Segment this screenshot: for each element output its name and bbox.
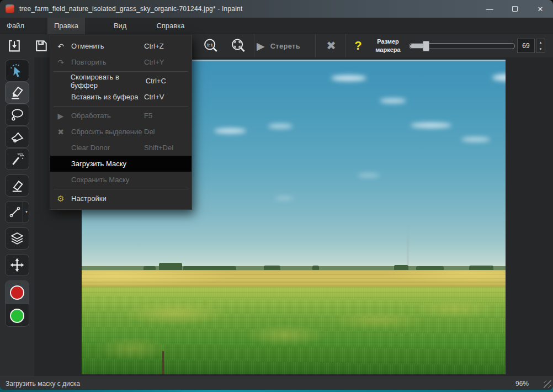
- cloud: [411, 123, 451, 128]
- menu-separator: [54, 189, 188, 189]
- maximize-icon: [512, 6, 518, 12]
- line-tool-divider: [23, 202, 23, 223]
- spin-up-button[interactable]: ▲: [536, 39, 545, 46]
- spin-down-button[interactable]: ▼: [536, 46, 545, 52]
- zoom-fit-button[interactable]: [228, 36, 248, 56]
- menu-item-process[interactable]: ▶ Обработать F5: [50, 108, 192, 124]
- svg-text:1:1: 1:1: [207, 43, 214, 47]
- menu-item-save-mask[interactable]: Сохранить Маску: [50, 172, 192, 188]
- menu-item-settings[interactable]: ⚙ Настройки: [50, 190, 192, 206]
- marker-size-label-line1: Размер: [371, 38, 405, 46]
- polygon-tool-button[interactable]: [5, 126, 29, 148]
- zoom-level: 96%: [515, 380, 529, 388]
- maximize-button[interactable]: [502, 0, 528, 18]
- toolbar-separator: [315, 34, 316, 57]
- toolbar-separator: [345, 34, 346, 57]
- cloud: [331, 75, 366, 81]
- yellow-field-band: [82, 270, 506, 288]
- tree-clump: [159, 263, 182, 271]
- shortcut: Ctrl+C: [146, 77, 187, 85]
- marker-size-slider[interactable]: [409, 43, 515, 49]
- menu-view[interactable]: Вид: [107, 18, 134, 34]
- red-circle-icon: [10, 285, 24, 300]
- layers-tool-button[interactable]: [5, 227, 29, 250]
- help-button[interactable]: ?: [349, 34, 368, 57]
- play-icon: ▶: [50, 112, 71, 120]
- marker-size-spinner: ▲ ▼: [536, 39, 545, 53]
- redo-icon: ↷: [50, 59, 71, 66]
- save-icon: [34, 38, 49, 54]
- eraser-icon: [9, 178, 25, 193]
- menu-item-copy-to-clipboard[interactable]: Скопировать в буффер Ctrl+C: [50, 73, 192, 89]
- marker-size-label: Размер маркера: [371, 38, 405, 54]
- app-icon: [6, 4, 14, 13]
- cloud: [275, 197, 294, 200]
- open-icon: [7, 38, 22, 54]
- window-controls: — ✕: [477, 0, 553, 18]
- menu-item-clear-donor[interactable]: Clear Donor Shift+Del: [50, 140, 192, 156]
- edit-menu-popup: ↶ Отменить Ctrl+Z ↷ Повторить Ctrl+Y Ско…: [50, 35, 192, 210]
- green-field: [82, 287, 506, 374]
- shortcut: Ctrl+V: [144, 93, 187, 101]
- menu-item-paste-from-clipboard[interactable]: Вставить из буфера Ctrl+V: [50, 89, 192, 105]
- fence-pole: [162, 351, 164, 374]
- smart-select-tool-button[interactable]: [5, 60, 29, 82]
- zoom-1to1-icon: 1:1: [203, 38, 219, 54]
- cloud: [380, 98, 406, 103]
- line-icon: [8, 205, 22, 219]
- menu-item-load-mask[interactable]: Загрузить Маску: [50, 156, 192, 172]
- eraser-tool-button[interactable]: [5, 174, 29, 197]
- resize-grip[interactable]: [544, 380, 551, 388]
- menu-edit[interactable]: Правка: [47, 18, 85, 34]
- toolbar-separator: [254, 34, 254, 57]
- erase-button-label: Стереть: [270, 42, 300, 50]
- open-image-button[interactable]: [4, 36, 24, 56]
- mask-color-group: [5, 280, 29, 327]
- smart-cursor-icon: [9, 63, 25, 78]
- layers-icon: [9, 231, 25, 246]
- status-bar: Загрузить маску с диска 96%: [0, 377, 553, 390]
- menu-file[interactable]: Файл: [0, 18, 31, 34]
- minimize-button[interactable]: —: [477, 0, 502, 18]
- menu-item-redo[interactable]: ↷ Повторить Ctrl+Y: [50, 54, 192, 70]
- close-button[interactable]: ✕: [528, 0, 553, 18]
- cloud: [214, 128, 246, 134]
- zoom-fit-icon: [230, 38, 247, 54]
- shortcut: Ctrl+Z: [144, 42, 187, 50]
- undo-icon: ↶: [50, 43, 71, 50]
- title-bar[interactable]: tree_farm_field_nature_isolated_grass_sk…: [0, 0, 553, 18]
- line-dropdown-icon[interactable]: ▼: [25, 210, 28, 214]
- marker-tool-button[interactable]: [5, 82, 29, 104]
- menu-separator: [54, 106, 188, 107]
- erase-button[interactable]: ▶ Стереть: [257, 34, 300, 57]
- line-tool-button[interactable]: ▼: [5, 201, 29, 223]
- clear-selection-button[interactable]: ✖: [319, 34, 343, 57]
- slider-handle[interactable]: [423, 41, 429, 51]
- clear-selection-icon: ✖: [50, 128, 71, 136]
- marker-size-input[interactable]: 69: [517, 39, 535, 53]
- shortcut: Shift+Del: [144, 144, 187, 152]
- inpaint-window: tree_farm_field_nature_isolated_grass_sk…: [0, 0, 553, 390]
- smoke-trail: [407, 224, 408, 269]
- status-hint: Загрузить маску с диска: [6, 380, 80, 388]
- menu-separator: [54, 71, 188, 72]
- cloud: [358, 173, 380, 177]
- move-tool-button[interactable]: [5, 254, 29, 276]
- move-icon: [9, 257, 25, 273]
- target-green-button[interactable]: [6, 304, 29, 327]
- cloud: [268, 124, 293, 129]
- gear-icon: ⚙: [50, 194, 71, 203]
- lasso-tool-button[interactable]: [5, 104, 29, 126]
- shortcut: F5: [144, 112, 187, 120]
- shortcut: Ctrl+Y: [144, 58, 187, 66]
- zoom-actual-size-button[interactable]: 1:1: [201, 36, 221, 56]
- menu-item-undo[interactable]: ↶ Отменить Ctrl+Z: [50, 38, 192, 54]
- save-image-button[interactable]: [31, 36, 51, 56]
- menu-help[interactable]: Справка: [150, 18, 191, 34]
- donor-red-button[interactable]: [6, 281, 29, 304]
- lasso-icon: [9, 107, 25, 123]
- menu-item-reset-selection[interactable]: ✖ Сбросить выделение Del: [50, 124, 192, 140]
- magic-wand-tool-button[interactable]: [5, 148, 29, 170]
- green-circle-icon: [10, 309, 24, 323]
- play-icon: ▶: [257, 41, 265, 51]
